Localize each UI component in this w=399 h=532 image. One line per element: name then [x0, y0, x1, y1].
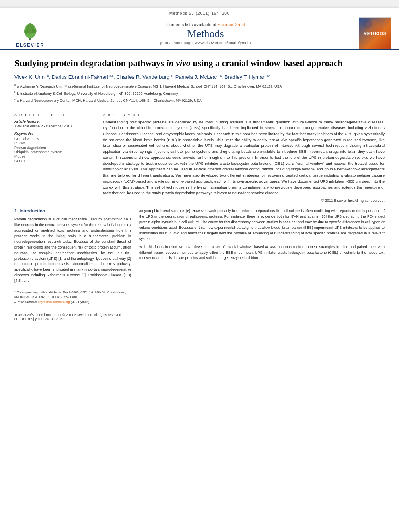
keywords-label: Keywords: [14, 131, 88, 136]
methods-label: Methods 53 (2011) 194–200 [169, 11, 230, 16]
journal-title: Methods [52, 28, 359, 40]
elsevier-tree-icon [16, 20, 44, 42]
abstract-heading: A B S T R A C T [103, 113, 385, 117]
keyword-1: Cranial window [14, 137, 88, 141]
svg-point-3 [24, 30, 28, 34]
intro-title: 1. Introduction [14, 208, 131, 214]
article-body: Studying protein degradation pathways in… [0, 50, 399, 328]
page: Methods 53 (2011) 194–200 ELSEVIER [0, 8, 399, 532]
doi-text: doi:10.1016/j.ymeth.2010.12.032 [14, 317, 385, 321]
sciencedirect-line: Contents lists available at ScienceDirec… [52, 22, 359, 27]
keyword-5: Mouse [14, 154, 88, 158]
article-info-heading: A R T I C L E I N F O [14, 113, 88, 117]
intro-para-1: Protein degradation is a crucial mechani… [14, 217, 131, 284]
article-info-abstract: A R T I C L E I N F O Article history: A… [14, 113, 385, 203]
article-title: Studying protein degradation pathways in… [14, 58, 385, 69]
footnote-area: * Corresponding author. Address: Rm 2-20… [14, 288, 131, 304]
intro-para-3: With this focus in mind we have develope… [139, 244, 385, 261]
methods-cover-image: METHODS [359, 17, 391, 49]
history-value: Available online 25 December 2010 [14, 124, 88, 128]
footnote-2: E-mail address: bhyman@partners.org (B.T… [14, 300, 131, 304]
copyright-line: © 2011 Elsevier Inc. All rights reserved… [103, 199, 385, 203]
main-two-col: 1. Introduction Protein degradation is a… [14, 208, 385, 304]
issn-text: 1046-2023/$ – see front matter © 2011 El… [14, 313, 385, 317]
abstract-column: A B S T R A C T Understanding how specif… [103, 113, 385, 203]
left-col: 1. Introduction Protein degradation is a… [14, 208, 131, 304]
right-col: amyotrophic lateral sclerosis [6]. Howev… [139, 208, 385, 304]
intro-para-2: amyotrophic lateral sclerosis [6]. Howev… [139, 208, 385, 242]
affiliations: a a Alzheimer's Research Unit, MassGener… [14, 83, 385, 104]
intro-text-left: Protein degradation is a crucial mechani… [14, 217, 131, 284]
keyword-6: Cortex [14, 159, 88, 163]
header-row: ELSEVIER Contents lists available at Sci… [8, 17, 391, 49]
svg-point-4 [32, 29, 37, 33]
elsevier-text: ELSEVIER [16, 43, 44, 47]
affiliation-a: a a Alzheimer's Research Unit, MassGener… [14, 83, 385, 90]
affiliation-c: c c Harvard Neurodiscovery Center, MGH, … [14, 97, 385, 104]
bottom-info: 1046-2023/$ – see front matter © 2011 El… [14, 310, 385, 321]
keyword-3: Protein degradation [14, 146, 88, 150]
homepage-line: journal homepage: www.elsevier.com/locat… [52, 41, 359, 45]
affiliation-b: b b Institute of Anatomy & Cell Biology,… [14, 90, 385, 97]
header-center: Contents lists available at ScienceDirec… [52, 22, 359, 45]
article-info-column: A R T I C L E I N F O Article history: A… [14, 113, 95, 203]
contents-text: Contents lists available at [166, 22, 216, 27]
footnote-1: * Corresponding author. Address: Rm 2-20… [14, 290, 131, 300]
authors: Vivek K. Unni a, Darius Ebrahimi-Fakhari… [14, 73, 385, 81]
sciencedirect-link[interactable]: ScienceDirect [218, 22, 245, 27]
methods-cover-text: METHODS [364, 31, 387, 36]
svg-point-6 [362, 19, 372, 29]
history-label: Article history: [14, 119, 88, 123]
keyword-2: In vivo [14, 141, 88, 145]
keyword-4: Ubiquitin–proteasome system [14, 150, 88, 154]
abstract-text: Understanding how specific proteins are … [103, 119, 385, 196]
divider [14, 108, 385, 108]
email-link[interactable]: bhyman@partners.org [38, 300, 70, 304]
journal-header: Methods 53 (2011) 194–200 ELSEVIER [0, 8, 399, 50]
intro-text-right: amyotrophic lateral sclerosis [6]. Howev… [139, 208, 385, 261]
elsevier-logo: ELSEVIER [8, 20, 52, 47]
